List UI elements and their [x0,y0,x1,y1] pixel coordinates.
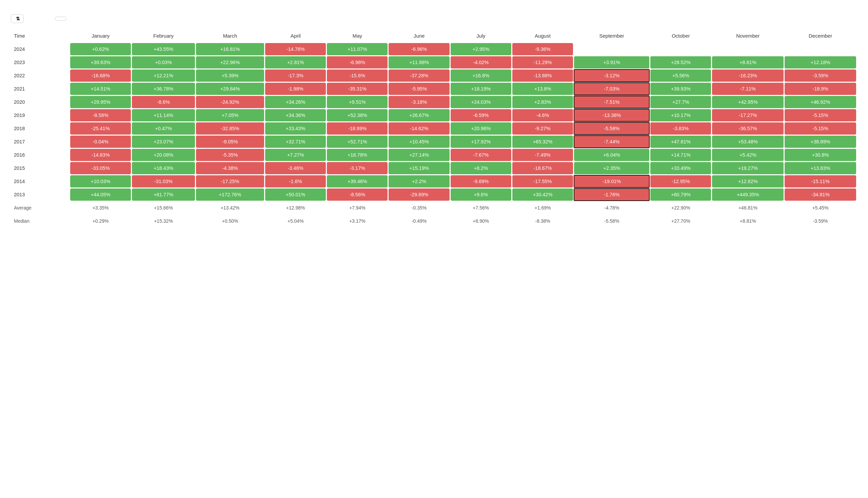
cell-september: -7.03% [574,83,649,95]
cell-march: -17.25% [196,175,264,187]
tab-weekly[interactable] [41,17,52,21]
cell-may: -8.56% [327,188,387,201]
cell-october: +27.7% [650,96,711,108]
cell-december: +30.8% [785,149,856,161]
cell-july: -9.69% [451,175,511,187]
cell-april: +34.26% [265,96,326,108]
cell-june: -3.18% [389,96,449,108]
year-label: 2019 [12,109,69,121]
cell-august: -9.36% [512,43,573,55]
col-april: April [265,29,326,42]
median-cell: -3.59% [785,215,856,227]
col-may: May [327,29,387,42]
table-row: 2018-25.41%+0.47%-32.85%+33.43%-18.99%-1… [12,122,856,134]
cell-march: -4.38% [196,162,264,174]
cell-march: -9.05% [196,135,264,148]
cell-july: +24.03% [451,96,511,108]
year-label: 2015 [12,162,69,174]
cell-august: +30.42% [512,188,573,201]
cell-april: -1.6% [265,175,326,187]
cell-january: -25.41% [70,122,131,134]
cell-december: +38.89% [785,135,856,148]
median-cell: +8.81% [712,215,784,227]
year-label: 2022 [12,69,69,82]
cell-november: -7.11% [712,83,784,95]
table-row: 2024+0.62%+43.55%+16.81%-14.76%+11.07%-6… [12,43,856,55]
average-cell: +1.69% [512,202,573,214]
cell-april: +33.43% [265,122,326,134]
cell-february: +43.55% [132,43,195,55]
cell-october: +39.93% [650,83,711,95]
table-row: 2023+39.63%+0.03%+22.96%+2.81%-6.98%+11.… [12,56,856,68]
cell-july: -6.59% [451,109,511,121]
cell-february: -31.03% [132,175,195,187]
asset-selector[interactable]: ⇅ [11,14,24,23]
table-row: 2022-16.68%+12.21%+5.39%-17.3%-15.6%-37.… [12,69,856,82]
median-cell: +0.50% [196,215,264,227]
cell-june: +2.2% [389,175,449,187]
cell-december: -34.81% [785,188,856,201]
cell-december: -18.9% [785,83,856,95]
cell-february: +36.78% [132,83,195,95]
cell-february: +61.77% [132,188,195,201]
col-december: December [785,29,856,42]
average-cell: +22.90% [650,202,711,214]
median-cell: +15.32% [132,215,195,227]
cell-july: +8.2% [451,162,511,174]
cell-april: +7.27% [265,149,326,161]
year-label: 2017 [12,135,69,148]
tab-quarterly[interactable] [69,17,81,21]
cell-september: -5.58% [574,122,649,134]
year-label: 2014 [12,175,69,187]
cell-february: -8.6% [132,96,195,108]
cell-june: -37.28% [389,69,449,82]
cell-october: -12.95% [650,175,711,187]
cell-june: -6.96% [389,43,449,55]
median-cell: +27.70% [650,215,711,227]
cell-february: +18.43% [132,162,195,174]
cell-may: +39.46% [327,175,387,187]
cell-january: +44.05% [70,188,131,201]
cell-january: -33.05% [70,162,131,174]
cell-december [785,43,856,55]
cell-april: +50.01% [265,188,326,201]
cell-november: +19.27% [712,162,784,174]
cell-november: -16.23% [712,69,784,82]
cell-july: +16.8% [451,69,511,82]
col-january: January [70,29,131,42]
cell-september: -13.38% [574,109,649,121]
cell-march: -24.92% [196,96,264,108]
table-row: 2015-33.05%+18.43%-4.38%-3.46%-3.17%+15.… [12,162,856,174]
year-label: 2020 [12,96,69,108]
cell-october: +14.71% [650,149,711,161]
cell-june: +10.45% [389,135,449,148]
col-october: October [650,29,711,42]
col-march: March [196,29,264,42]
cell-october: +10.17% [650,109,711,121]
cell-january: -14.83% [70,149,131,161]
table-row: 2021+14.51%+36.78%+29.84%-1.98%-35.31%-5… [12,83,856,95]
cell-july: -4.02% [451,56,511,68]
tab-monthly[interactable] [55,17,66,21]
cell-march: +16.81% [196,43,264,55]
cell-july: +17.92% [451,135,511,148]
average-cell: +15.66% [132,202,195,214]
cell-may: -15.6% [327,69,387,82]
average-cell: +5.45% [785,202,856,214]
cell-june: -5.95% [389,83,449,95]
cell-may: +18.78% [327,149,387,161]
cell-november: +12.82% [712,175,784,187]
cell-may: +11.07% [327,43,387,55]
cell-october: +28.52% [650,56,711,68]
cell-june: +15.19% [389,162,449,174]
average-cell: +12.98% [265,202,326,214]
cell-may: -6.98% [327,56,387,68]
cell-june: -14.62% [389,122,449,134]
cell-october [650,43,711,55]
cell-july: +2.95% [451,43,511,55]
cell-april: -3.46% [265,162,326,174]
average-cell: +7.94% [327,202,387,214]
cell-november: +8.81% [712,56,784,68]
tab-daily[interactable] [26,17,38,21]
cell-may: +52.71% [327,135,387,148]
